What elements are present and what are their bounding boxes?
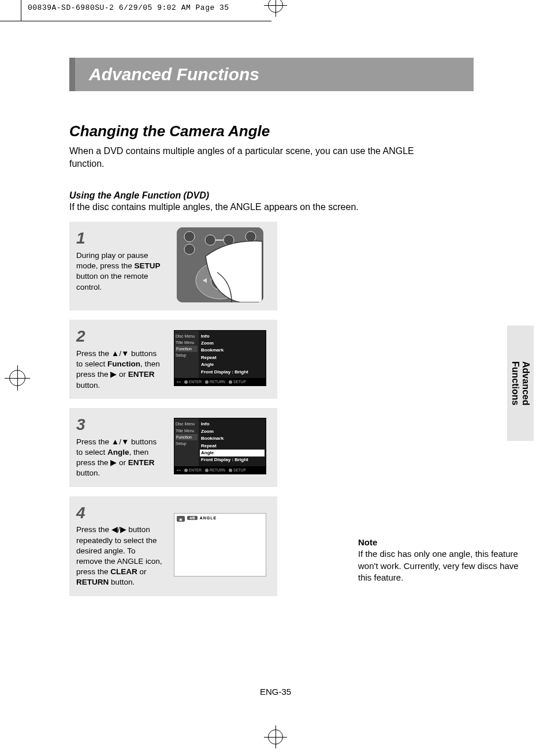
- osd-foot-return: RETURN: [210, 468, 225, 472]
- step-2: 2 Press the ▲/▼ buttons to select Functi…: [69, 320, 277, 399]
- step-bold: ENTER: [128, 458, 155, 467]
- step-text: button.: [76, 469, 100, 477]
- osd-item-info: Info: [201, 333, 263, 340]
- intro-text: When a DVD contains multiple angles of a…: [69, 145, 427, 170]
- angle-label: ANGLE: [200, 516, 217, 520]
- tab-line1: Advanced: [521, 361, 531, 405]
- osd-side-title: Title Menu: [176, 339, 198, 346]
- osd-side-function: Function: [176, 346, 198, 352]
- step-number: 4: [76, 502, 163, 524]
- osd-item-info: Info: [201, 421, 263, 428]
- step-bold: SETUP: [135, 261, 161, 270]
- svg-point-6: [245, 231, 256, 242]
- page-title: Changing the Camera Angle: [69, 122, 474, 140]
- osd-side-disc: Disc Menu: [176, 333, 198, 339]
- step-number: 1: [76, 227, 163, 249]
- tab-line2: Functions: [511, 361, 520, 405]
- svg-point-2: [184, 244, 195, 255]
- angle-indicator-screen: ▣ 4/6 ANGLE: [174, 513, 266, 577]
- osd-foot-enter: ENTER: [189, 468, 202, 472]
- step-number: 2: [76, 325, 163, 347]
- step-4: 4 Press the ◀/▶ button repeatedly to sel…: [69, 496, 277, 596]
- page-number: ENG-35: [260, 687, 291, 697]
- osd-item-bookmark: Bookmark: [201, 347, 263, 354]
- step-text: button.: [109, 578, 135, 586]
- osd-item-zoom: Zoom: [201, 340, 263, 347]
- step-bold: Angle: [107, 448, 129, 456]
- svg-point-1: [184, 231, 195, 242]
- osd-foot-enter: ENTER: [189, 380, 202, 384]
- angle-value: 4/6: [187, 516, 198, 520]
- step-bold: RETURN: [76, 578, 109, 586]
- thumb-tab: AdvancedFunctions: [507, 325, 534, 441]
- svg-point-3: [205, 235, 215, 245]
- step-3: 3 Press the ▲/▼ buttons to select Angle,…: [69, 408, 277, 487]
- note-heading: Note: [358, 537, 531, 548]
- osd-menu-angle: Disc Menu Title Menu Function Setup Info…: [174, 418, 266, 474]
- note-body: If the disc has only one angle, this fea…: [358, 548, 531, 583]
- step-text: or: [137, 567, 147, 576]
- osd-foot-setup: SETUP: [233, 468, 246, 472]
- subsection-title: Using the Angle Function (DVD): [69, 190, 474, 201]
- osd-item-front: Front Display : Bright: [201, 456, 263, 463]
- osd-side-function: Function: [176, 434, 198, 440]
- osd-foot-setup: SETUP: [233, 380, 246, 384]
- step-bold: Function: [107, 360, 140, 368]
- section-banner: Advanced Functions: [69, 58, 474, 91]
- osd-item-bookmark: Bookmark: [201, 435, 263, 442]
- osd-item-angle: Angle: [201, 361, 263, 368]
- osd-item-repeat: Repeat: [201, 354, 263, 361]
- osd-side-setup: Setup: [176, 352, 198, 358]
- osd-side-disc: Disc Menu: [176, 421, 198, 427]
- step-number: 3: [76, 414, 163, 436]
- step-text: button.: [76, 381, 100, 390]
- step-1: 1 During play or pause mode, press the S…: [69, 222, 277, 310]
- osd-side-title: Title Menu: [176, 428, 198, 434]
- osd-menu-function: Disc Menu Title Menu Function Setup Info…: [174, 330, 266, 387]
- osd-foot-return: RETURN: [210, 380, 225, 384]
- print-job-line: 00839A-SD-6980SU-2 6/29/05 9:02 AM Page …: [28, 3, 229, 12]
- subsection-intro: If the disc contains multiple angles, th…: [69, 202, 474, 212]
- osd-side-setup: Setup: [176, 440, 198, 447]
- camera-icon: ▣: [177, 516, 185, 522]
- note-block: Note If the disc has only one angle, thi…: [358, 537, 531, 583]
- osd-item-front: Front Display : Bright: [201, 369, 263, 376]
- osd-item-repeat: Repeat: [201, 443, 263, 450]
- step-bold: CLEAR: [110, 567, 137, 576]
- step-bold: ENTER: [128, 370, 155, 379]
- osd-item-angle-selected: Angle: [200, 450, 265, 456]
- step-text: button on the remote control.: [76, 272, 148, 291]
- remote-illustration: ENTER: [177, 227, 263, 302]
- osd-item-zoom: Zoom: [201, 428, 263, 435]
